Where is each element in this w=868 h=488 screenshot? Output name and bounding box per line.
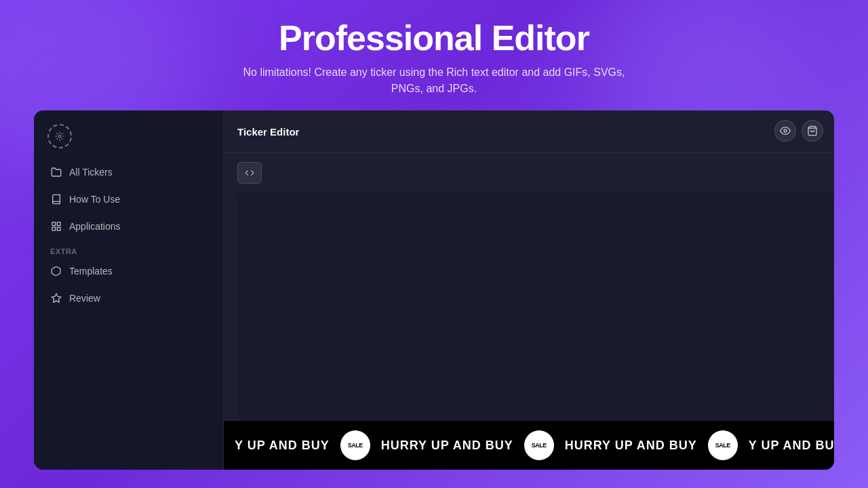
extra-section-label: Extra [34, 239, 223, 258]
sale-text: SALE [715, 442, 730, 449]
box-icon [50, 265, 62, 277]
bag-icon-btn[interactable] [802, 120, 823, 142]
sidebar-item-label: All Tickers [69, 167, 113, 178]
ticker-segment: Y UP AND BUY SALE [224, 430, 370, 460]
sidebar-extra-nav: Templates Review [34, 258, 223, 311]
ticker-preview: Y UP AND BUY SALE HURRY UP AND BUY SALE … [224, 421, 834, 470]
page-subtitle: No limitations! Create any ticker using … [14, 64, 854, 97]
editor-area[interactable] [237, 192, 834, 421]
ticker-title: Ticker Editor [237, 126, 299, 138]
svg-rect-5 [52, 228, 56, 231]
sidebar-logo [34, 121, 223, 159]
ticker-segment: HURRY UP AND BUY SALE [554, 430, 738, 460]
sidebar-item-label: Review [69, 293, 100, 304]
main-content: Ticker Editor Save [224, 110, 834, 470]
sidebar: All Tickers How To Use [34, 110, 224, 470]
sale-text: SALE [532, 442, 547, 449]
sidebar-item-templates[interactable]: Templates [42, 258, 215, 284]
logo-icon [47, 124, 72, 148]
ticker-text: HURRY UP AND BUY [554, 439, 708, 453]
sidebar-item-applications[interactable]: Applications [42, 214, 215, 239]
grid-icon [50, 220, 62, 232]
eye-icon-btn[interactable] [774, 120, 796, 142]
svg-rect-3 [52, 222, 56, 226]
sale-badge: SALE [708, 430, 738, 460]
code-button[interactable] [237, 162, 262, 184]
svg-rect-4 [57, 222, 60, 226]
ticker-text: Y UP AND BUY [224, 439, 340, 453]
ticker-segment: Y UP AND BUY SALE [738, 430, 834, 460]
page-header: Professional Editor No limitations! Crea… [0, 0, 868, 110]
svg-marker-7 [52, 294, 60, 303]
sale-badge: SALE [524, 430, 554, 460]
star-icon [50, 292, 62, 304]
sale-text: SALE [348, 442, 363, 449]
ticker-text: Y UP AND BUY [738, 439, 834, 453]
ticker-text: HURRY UP AND BUY [370, 439, 524, 453]
sidebar-item-label: How To Use [69, 194, 120, 205]
ticker-header: Ticker Editor Save [224, 110, 834, 153]
svg-point-0 [784, 129, 787, 132]
ticker-text-container: Y UP AND BUY SALE HURRY UP AND BUY SALE … [224, 430, 834, 460]
sidebar-item-label: Templates [69, 266, 113, 277]
sidebar-item-review[interactable]: Review [42, 285, 215, 311]
sidebar-item-how-to-use[interactable]: How To Use [42, 186, 215, 212]
sidebar-nav: All Tickers How To Use [34, 159, 223, 239]
svg-point-2 [58, 135, 61, 138]
sale-badge: SALE [340, 430, 370, 460]
page-title: Professional Editor [14, 19, 854, 58]
svg-rect-6 [57, 228, 60, 231]
app-topbar [764, 110, 834, 151]
folder-icon [50, 166, 62, 178]
sidebar-item-all-tickers[interactable]: All Tickers [42, 159, 215, 185]
sidebar-item-label: Applications [69, 221, 121, 232]
editor-toolbar [224, 153, 834, 192]
ticker-segment: HURRY UP AND BUY SALE [370, 430, 554, 460]
app-window: All Tickers How To Use [34, 110, 834, 470]
book-icon [50, 193, 62, 205]
